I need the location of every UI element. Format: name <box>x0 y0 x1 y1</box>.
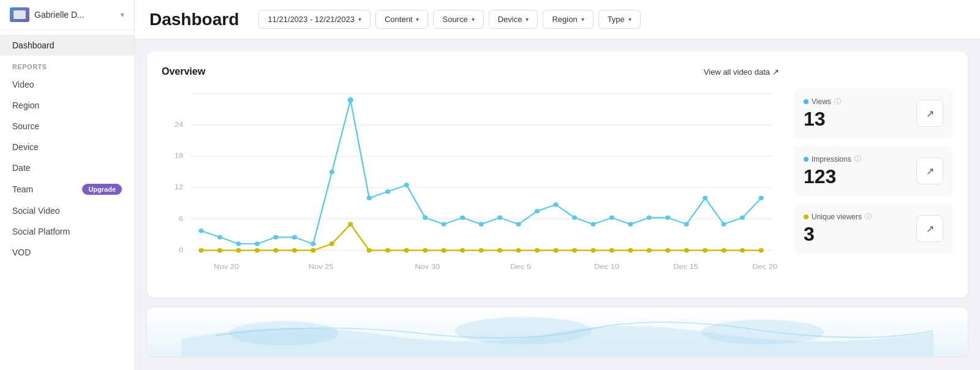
svg-point-59 <box>385 248 390 252</box>
svg-point-31 <box>442 222 447 226</box>
sidebar-item-team[interactable]: Team Upgrade <box>0 178 134 200</box>
svg-point-41 <box>628 222 633 226</box>
svg-point-60 <box>404 248 409 252</box>
svg-point-54 <box>292 248 297 252</box>
sidebar-item-video[interactable]: Video <box>0 74 134 95</box>
unique-viewers-trend-button[interactable]: ↗ <box>916 215 943 242</box>
svg-point-38 <box>572 216 577 220</box>
svg-point-81 <box>455 317 592 344</box>
sidebar-item-source[interactable]: Source <box>0 116 134 137</box>
view-all-link[interactable]: View all video data ↗ <box>704 67 779 77</box>
upgrade-badge[interactable]: Upgrade <box>82 184 122 195</box>
svg-point-20 <box>236 241 241 246</box>
chevron-down-icon: ▾ <box>628 16 631 23</box>
svg-point-19 <box>217 235 222 240</box>
filter-content[interactable]: Content ▾ <box>375 10 429 29</box>
stat-card-views: Views ⓘ 13 ↗ <box>794 88 953 138</box>
svg-point-27 <box>367 196 372 200</box>
svg-point-64 <box>478 248 483 252</box>
svg-point-34 <box>497 216 502 220</box>
svg-point-24 <box>311 241 315 246</box>
map-area <box>147 308 968 357</box>
topbar: Dashboard 11/21/2023 - 12/21/2023 ▾ Cont… <box>135 0 980 39</box>
svg-point-80 <box>229 321 339 345</box>
svg-point-63 <box>460 248 465 252</box>
svg-text:Nov 20: Nov 20 <box>214 262 239 270</box>
sidebar-item-social-video[interactable]: Social Video <box>0 200 134 221</box>
views-dot <box>804 99 809 104</box>
svg-point-44 <box>684 222 689 226</box>
svg-point-67 <box>535 248 540 252</box>
app-logo <box>10 7 29 22</box>
sidebar-item-social-platform[interactable]: Social Platform <box>0 221 134 242</box>
svg-point-45 <box>703 196 707 200</box>
map-placeholder <box>147 308 968 357</box>
stat-card-unique-viewers: Unique viewers ⓘ 3 ↗ <box>794 203 953 254</box>
svg-text:12: 12 <box>175 183 183 191</box>
chevron-down-icon: ▾ <box>472 16 475 23</box>
chevron-down-icon: ▾ <box>416 16 419 23</box>
filter-source[interactable]: Source ▾ <box>433 10 483 29</box>
svg-point-26 <box>348 97 353 103</box>
stat-info-views: Views ⓘ 13 <box>804 97 916 130</box>
svg-point-65 <box>497 248 502 252</box>
svg-text:0: 0 <box>179 246 183 254</box>
svg-text:6: 6 <box>179 214 183 222</box>
svg-text:Nov 25: Nov 25 <box>309 262 334 270</box>
svg-point-42 <box>647 216 652 220</box>
svg-point-51 <box>236 248 241 252</box>
svg-text:Dec 20: Dec 20 <box>752 262 777 270</box>
svg-point-72 <box>628 248 633 252</box>
svg-point-73 <box>647 248 652 252</box>
svg-point-68 <box>553 248 558 252</box>
svg-text:Dec 15: Dec 15 <box>673 262 698 270</box>
svg-point-78 <box>740 248 745 252</box>
svg-point-43 <box>665 216 670 220</box>
svg-text:18: 18 <box>175 152 183 160</box>
svg-point-55 <box>311 248 315 252</box>
svg-point-52 <box>255 248 260 252</box>
overview-header: Overview View all video data ↗ <box>162 66 779 77</box>
stat-info-unique-viewers: Unique viewers ⓘ 3 <box>804 212 916 245</box>
content-area: Overview View all video data ↗ <box>135 39 980 370</box>
map-svg <box>147 308 968 357</box>
svg-point-75 <box>684 248 689 252</box>
svg-point-71 <box>609 248 614 252</box>
stat-value-unique-viewers: 3 <box>804 224 916 245</box>
sidebar-header[interactable]: Gabrielle D... ▾ <box>0 0 134 30</box>
main-area: Dashboard 11/21/2023 - 12/21/2023 ▾ Cont… <box>135 0 980 370</box>
svg-point-39 <box>590 222 595 226</box>
filter-date-range[interactable]: 11/21/2023 - 12/21/2023 ▾ <box>258 10 371 29</box>
svg-point-53 <box>273 248 278 252</box>
svg-point-30 <box>423 216 428 220</box>
stat-label-impressions: Impressions ⓘ <box>804 154 916 164</box>
filter-device[interactable]: Device ▾ <box>489 10 538 29</box>
sidebar-item-device[interactable]: Device <box>0 137 134 157</box>
chevron-down-icon: ▾ <box>358 16 361 23</box>
svg-point-61 <box>423 248 428 252</box>
svg-point-58 <box>367 248 372 252</box>
svg-point-77 <box>722 248 726 252</box>
svg-text:Dec 5: Dec 5 <box>510 262 531 270</box>
sidebar-item-dashboard[interactable]: Dashboard <box>0 35 134 56</box>
page-title: Dashboard <box>149 10 239 29</box>
sidebar-item-date[interactable]: Date <box>0 157 134 178</box>
filter-type[interactable]: Type ▾ <box>598 10 641 29</box>
info-icon: ⓘ <box>854 154 861 164</box>
views-trend-button[interactable]: ↗ <box>916 100 943 127</box>
sidebar-item-vod[interactable]: VOD <box>0 242 134 263</box>
stat-card-impressions: Impressions ⓘ 123 ↗ <box>794 146 953 196</box>
stat-info-impressions: Impressions ⓘ 123 <box>804 154 916 187</box>
sidebar: Gabrielle D... ▾ Dashboard REPORTS Video… <box>0 0 135 370</box>
chevron-down-icon: ▾ <box>121 10 124 19</box>
svg-point-47 <box>740 216 745 220</box>
stat-value-views: 13 <box>804 108 916 130</box>
stats-panel: Views ⓘ 13 ↗ Impressions ⓘ <box>794 66 953 283</box>
stat-value-impressions: 123 <box>804 166 916 187</box>
svg-point-50 <box>217 248 222 252</box>
filter-region[interactable]: Region ▾ <box>543 10 593 29</box>
impressions-trend-button[interactable]: ↗ <box>916 157 943 184</box>
sidebar-item-region[interactable]: Region <box>0 95 134 116</box>
svg-point-76 <box>703 248 707 252</box>
svg-text:Dec 10: Dec 10 <box>594 262 619 270</box>
